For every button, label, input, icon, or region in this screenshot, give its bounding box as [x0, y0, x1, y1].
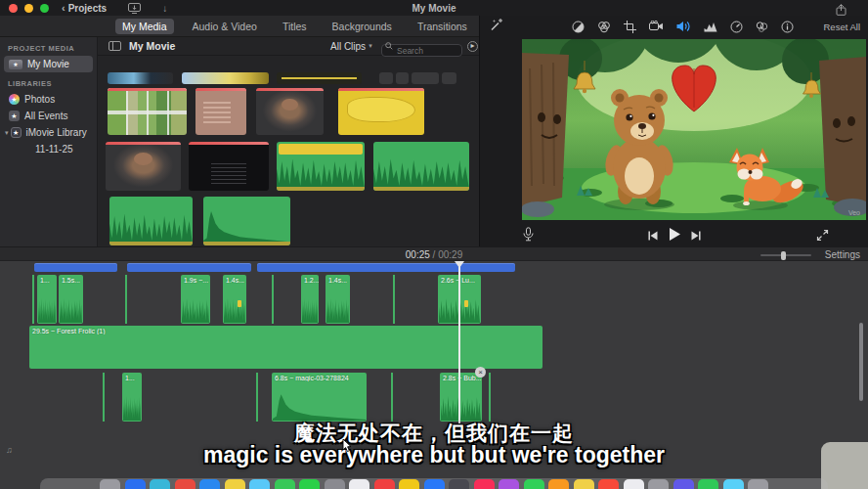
media-thumbnail[interactable]	[109, 197, 193, 245]
traffic-light[interactable]	[40, 4, 49, 13]
clip-mute-badge[interactable]: ×	[475, 367, 486, 378]
media-thumbnail[interactable]	[203, 197, 290, 245]
dock-app-icon[interactable]	[399, 479, 419, 489]
timeline-clip[interactable]: 1...×	[122, 373, 142, 422]
dock-app-icon[interactable]	[374, 479, 395, 489]
title-overlay-bar[interactable]	[257, 263, 515, 272]
tab[interactable]: Backgrounds	[326, 19, 399, 34]
stabilization-icon[interactable]	[649, 21, 664, 32]
timeline-clip[interactable]: 6.8s ~ magic-03-278824×	[272, 373, 367, 422]
dock-app-icon[interactable]	[748, 479, 768, 489]
media-thumbnail[interactable]	[442, 72, 456, 84]
reset-all-button[interactable]: Reset All	[824, 22, 861, 32]
volume-icon[interactable]	[676, 21, 691, 32]
dock-app-icon[interactable]	[275, 479, 295, 489]
media-thumbnail[interactable]	[256, 88, 324, 135]
timeline-clip[interactable]: 1.9s ~...×	[181, 275, 210, 324]
media-thumbnail[interactable]	[379, 72, 393, 84]
traffic-light[interactable]	[9, 4, 18, 13]
title-overlay-bar[interactable]	[127, 263, 251, 272]
zoom-slider-knob[interactable]	[781, 251, 786, 260]
media-thumbnail[interactable]	[396, 72, 409, 84]
timeline-clip[interactable]: 1...×	[37, 275, 57, 324]
media-thumbnail[interactable]	[108, 88, 187, 135]
playhead-handle[interactable]	[455, 261, 464, 268]
media-thumbnail[interactable]	[338, 88, 424, 135]
timeline-clip[interactable]: 29.5s ~ Forest Frolic (1)×	[29, 326, 542, 369]
noise-reduction-icon[interactable]	[704, 22, 717, 32]
import-media-icon[interactable]	[128, 3, 141, 14]
media-thumbnail[interactable]	[412, 72, 439, 84]
sidebar-item[interactable]: ▾★All Events	[4, 108, 93, 124]
dock-app-icon[interactable]	[499, 479, 519, 489]
media-thumbnail[interactable]	[182, 72, 269, 84]
dock-app-icon[interactable]	[474, 479, 495, 489]
media-thumbnail[interactable]	[108, 72, 173, 84]
skip-back-button[interactable]	[647, 228, 659, 245]
fullscreen-icon[interactable]	[816, 228, 829, 245]
dock-app-icon[interactable]	[648, 479, 669, 489]
timeline-scrollbar[interactable]	[859, 323, 863, 401]
media-thumbnail[interactable]	[106, 142, 181, 191]
dock-app-icon[interactable]	[150, 479, 170, 489]
effects-icon[interactable]	[756, 21, 768, 33]
traffic-light[interactable]	[24, 4, 33, 13]
download-icon[interactable]: ↓	[162, 3, 167, 14]
dock-app-icon[interactable]	[698, 479, 718, 489]
timeline-clip[interactable]: 2.8s ~ Bub...×	[440, 373, 482, 422]
dock-app-icon[interactable]	[574, 479, 594, 489]
info-icon[interactable]	[781, 21, 794, 33]
dock-app-icon[interactable]	[598, 479, 619, 489]
timeline-clip[interactable]: 1.5s...×	[59, 275, 83, 324]
dock-app-icon[interactable]	[349, 479, 369, 489]
timeline-clip[interactable]: 1.4s...×	[223, 275, 246, 324]
tab[interactable]: Titles	[276, 19, 314, 34]
dock-app-icon[interactable]	[199, 479, 220, 489]
timeline-clip[interactable]: 1.4s...×	[326, 275, 350, 324]
preview-video-frame[interactable]: Veo	[522, 39, 866, 220]
media-thumbnail[interactable]	[373, 142, 469, 191]
tab[interactable]: My Media	[115, 19, 174, 34]
sidebar-item[interactable]: ▾★iMovie Library	[0, 124, 93, 141]
all-clips-dropdown[interactable]: All Clips ▾	[330, 41, 372, 52]
timeline-clip[interactable]: 1.2...×	[301, 275, 319, 324]
dock-app-icon[interactable]	[299, 479, 320, 489]
auto-enhance-icon[interactable]	[490, 18, 503, 35]
timeline-settings-button[interactable]: Settings	[825, 249, 860, 260]
color-balance-icon[interactable]	[572, 21, 585, 33]
dock-app-icon[interactable]	[225, 479, 245, 489]
speed-icon[interactable]	[730, 21, 743, 33]
dock-app-icon[interactable]	[524, 479, 544, 489]
crop-icon[interactable]	[624, 21, 636, 33]
playhead[interactable]	[458, 261, 460, 423]
media-thumbnail[interactable]	[277, 72, 362, 84]
dock-app-icon[interactable]	[424, 479, 445, 489]
play-button[interactable]	[668, 227, 681, 245]
media-thumbnail[interactable]	[189, 142, 269, 191]
dock-app-icon[interactable]	[125, 479, 146, 489]
browser-forward-icon[interactable]: ▸	[467, 41, 478, 52]
dock-app-icon[interactable]	[249, 479, 270, 489]
media-thumbnail[interactable]	[195, 88, 246, 135]
sidebar-toggle-icon[interactable]	[108, 41, 121, 51]
back-projects-button[interactable]: ‹ Projects	[62, 3, 107, 14]
title-overlay-bar[interactable]	[34, 263, 117, 272]
tab[interactable]: Audio & Video	[186, 19, 264, 34]
share-icon[interactable]	[836, 2, 846, 20]
dock-app-icon[interactable]	[175, 479, 195, 489]
color-correction-icon[interactable]	[597, 21, 611, 33]
dock-app-icon[interactable]	[624, 479, 644, 489]
dock-app-icon[interactable]	[723, 479, 744, 489]
skip-forward-button[interactable]	[690, 228, 702, 245]
timeline-zoom-slider[interactable]	[760, 254, 811, 256]
dock-app-icon[interactable]	[449, 479, 469, 489]
microphone-icon[interactable]	[523, 227, 534, 245]
sidebar-item[interactable]: ▾★11-11-25	[4, 141, 93, 157]
sidebar-item-my-movie[interactable]: ★ My Movie	[4, 56, 93, 72]
sidebar-item[interactable]: ▾★Photos	[4, 91, 93, 108]
dock-app-icon[interactable]	[325, 479, 345, 489]
dock-app-icon[interactable]	[673, 479, 694, 489]
media-thumbnail[interactable]	[277, 142, 365, 191]
dock-app-icon[interactable]	[548, 479, 569, 489]
tab[interactable]: Transitions	[411, 19, 474, 34]
